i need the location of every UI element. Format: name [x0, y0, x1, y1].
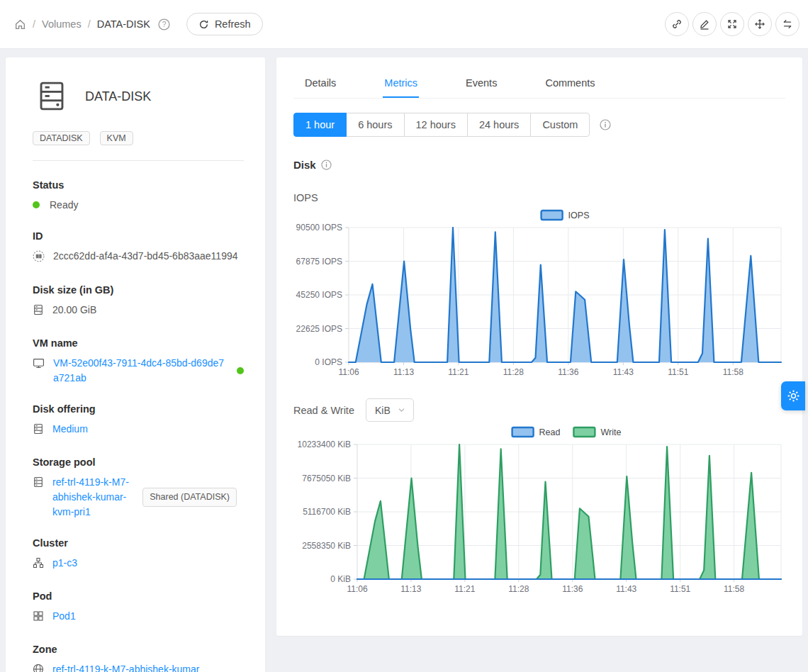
legend-item[interactable]: Write: [573, 427, 621, 437]
svg-text:11:58: 11:58: [723, 367, 744, 377]
breadcrumb-separator: /: [33, 18, 35, 30]
field-storage-pool: Storage pool ref-trl-4119-k-M7-abhishek-…: [33, 457, 244, 520]
svg-text:IOPS: IOPS: [568, 211, 590, 220]
fullscreen-button[interactable]: [720, 12, 744, 36]
svg-text:90500 IOPS: 90500 IOPS: [296, 223, 342, 233]
gear-icon: [787, 389, 800, 403]
header-actions: [665, 12, 799, 36]
field-vm-name: VM name VM-52e00f43-7911-4dc4-85bd-d69de…: [33, 337, 244, 386]
svg-text:Write: Write: [600, 427, 621, 437]
svg-text:11:28: 11:28: [508, 584, 529, 594]
svg-text:11:21: 11:21: [454, 584, 475, 594]
field-cluster: Cluster p1-c3: [33, 537, 244, 573]
read-write-chart: 0 KiB2558350 KiB5116700 KiB7675050 KiB10…: [293, 422, 785, 599]
volume-icon: [37, 80, 67, 113]
copy-link-button[interactable]: [665, 12, 689, 36]
svg-text:11:06: 11:06: [347, 584, 367, 594]
desktop-icon: [33, 357, 45, 374]
range-6-hours[interactable]: 6 hours: [346, 113, 404, 137]
tab-comments[interactable]: Comments: [544, 69, 596, 98]
svg-text:11:21: 11:21: [448, 367, 468, 377]
pod-link[interactable]: Pod1: [52, 609, 76, 624]
breadcrumb: / Volumes / DATA-DISK ? Refresh: [14, 13, 263, 35]
range-custom[interactable]: Custom: [530, 113, 590, 137]
svg-text:5116700 KiB: 5116700 KiB: [303, 507, 351, 517]
svg-text:0 KiB: 0 KiB: [330, 574, 351, 584]
svg-text:11:36: 11:36: [558, 367, 578, 377]
help-icon[interactable]: ?: [158, 18, 170, 30]
breadcrumb-volumes[interactable]: Volumes: [42, 18, 82, 30]
svg-text:11:13: 11:13: [393, 367, 414, 377]
time-range-group: 1 hour 6 hours 12 hours 24 hours Custom: [293, 113, 590, 137]
tab-details[interactable]: Details: [303, 69, 337, 98]
disk-section-title: Disk: [293, 159, 785, 171]
svg-text:11:43: 11:43: [616, 584, 636, 594]
svg-text:22625 IOPS: 22625 IOPS: [296, 324, 342, 334]
legend-item[interactable]: Read: [512, 427, 561, 437]
unit-select-value: KiB: [375, 405, 391, 416]
disk-section-label: Disk: [293, 159, 316, 171]
field-label-cluster: Cluster: [33, 537, 244, 549]
tab-events[interactable]: Events: [464, 69, 498, 98]
range-1-hour[interactable]: 1 hour: [293, 113, 347, 137]
resource-tags: DATADISK KVM: [33, 131, 244, 145]
refresh-button[interactable]: Refresh: [186, 13, 263, 35]
tab-bar: Details Metrics Events Comments: [293, 69, 785, 99]
storage-pool-badge: Shared (DATADISK): [142, 488, 237, 507]
svg-text:11:28: 11:28: [503, 367, 524, 377]
range-12-hours[interactable]: 12 hours: [404, 113, 468, 137]
tab-metrics[interactable]: Metrics: [383, 69, 419, 98]
tag-datadisk: DATADISK: [33, 131, 90, 145]
refresh-label: Refresh: [215, 18, 251, 30]
breadcrumb-separator: /: [88, 18, 91, 30]
field-label-disk-size: Disk size (in GB): [33, 284, 244, 296]
field-label-storage-pool: Storage pool: [33, 457, 244, 468]
read-write-chart-title: Read & Write: [293, 405, 354, 416]
iops-chart: 0 IOPS22625 IOPS45250 IOPS67875 IOPS9050…: [293, 208, 785, 382]
field-label-vm-name: VM name: [33, 337, 244, 349]
home-icon[interactable]: [14, 18, 26, 30]
swap-button[interactable]: [775, 12, 799, 36]
main-content: DATA-DISK DATADISK KVM Status Ready ID: [0, 49, 808, 672]
svg-text:11:43: 11:43: [613, 367, 634, 377]
vm-status-dot: [237, 367, 244, 374]
edit-button[interactable]: [692, 12, 717, 36]
unit-select[interactable]: KiB: [366, 398, 414, 422]
field-label-pod: Pod: [33, 590, 244, 602]
appstore-icon: [33, 610, 44, 626]
zone-link[interactable]: ref-trl-4119-k-M7-abhishek-kumar: [52, 662, 199, 672]
resource-info-card: DATA-DISK DATADISK KVM Status Ready ID: [6, 57, 265, 672]
range-24-hours[interactable]: 24 hours: [467, 113, 531, 137]
field-status: Status Ready: [33, 179, 244, 213]
disk-offering-link[interactable]: Medium: [52, 422, 88, 437]
time-range-row: 1 hour 6 hours 12 hours 24 hours Custom: [293, 113, 785, 137]
tag-kvm: KVM: [100, 131, 133, 145]
chevron-down-icon: [398, 406, 405, 414]
iops-chart-title: IOPS: [293, 192, 785, 203]
info-icon[interactable]: [321, 159, 332, 170]
storage-pool-link[interactable]: ref-trl-4119-k-M7-abhishek-kumar-kvm-pri…: [52, 475, 130, 520]
id-value: 2ccc62dd-af4a-43d7-bd45-6b83aae11994: [53, 249, 238, 264]
field-disk-offering: Disk offering Medium: [33, 403, 244, 439]
field-pod: Pod Pod1: [33, 590, 244, 626]
svg-text:45250 IOPS: 45250 IOPS: [296, 290, 342, 300]
edit-icon: [699, 18, 710, 30]
status-value: Ready: [50, 198, 78, 213]
vm-name-link[interactable]: VM-52e00f43-7911-4dc4-85bd-d69de7a721ab: [53, 356, 228, 386]
cluster-link[interactable]: p1-c3: [52, 556, 77, 571]
svg-text:0 IOPS: 0 IOPS: [315, 357, 342, 367]
field-label-disk-offering: Disk offering: [33, 403, 244, 415]
svg-text:11:06: 11:06: [338, 367, 359, 377]
detail-panel-card: Details Metrics Events Comments 1 hour 6…: [276, 57, 802, 636]
settings-fab-button[interactable]: [781, 381, 805, 410]
legend-item[interactable]: IOPS: [542, 211, 590, 220]
svg-text:11:36: 11:36: [562, 584, 583, 594]
info-icon[interactable]: [600, 119, 611, 130]
barcode-icon: [33, 250, 45, 267]
field-label-id: ID: [33, 230, 244, 242]
svg-text:Read: Read: [539, 427, 561, 437]
read-write-row: Read & Write KiB: [293, 398, 785, 422]
swap-icon: [782, 18, 793, 30]
svg-text:11:51: 11:51: [670, 584, 690, 594]
move-button[interactable]: [748, 12, 772, 36]
